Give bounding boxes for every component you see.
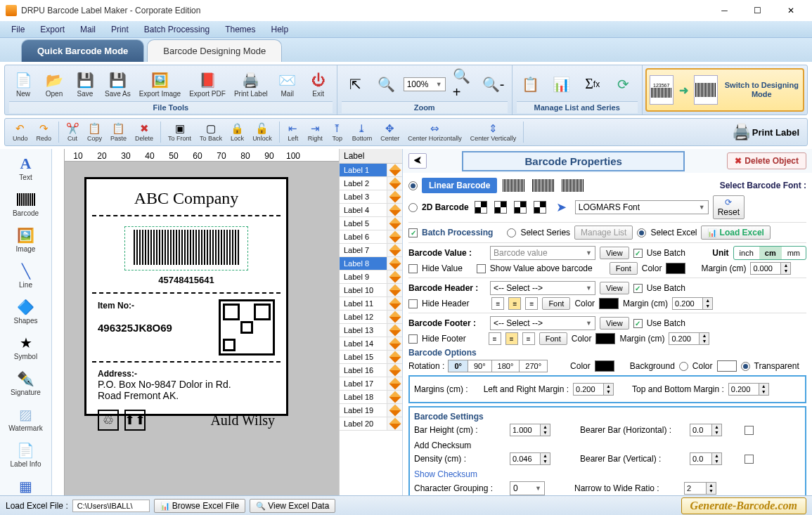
lock-button[interactable]: 🔒Lock bbox=[227, 122, 247, 143]
label-list-item[interactable]: Label 16 bbox=[340, 364, 402, 377]
edit-icon[interactable] bbox=[387, 351, 402, 363]
menu-themes[interactable]: Themes bbox=[218, 22, 262, 37]
header-align-left[interactable]: ≡ bbox=[491, 297, 504, 310]
edit-icon[interactable] bbox=[387, 270, 402, 283]
footer-font-button[interactable]: Font bbox=[539, 332, 567, 345]
edit-icon[interactable] bbox=[387, 217, 402, 230]
bearer-v-spinner[interactable]: ▲▼ bbox=[690, 452, 722, 465]
narrow-spinner[interactable]: ▲▼ bbox=[684, 482, 716, 495]
tab-quick-barcode[interactable]: Quick Barcode Mode bbox=[21, 39, 144, 62]
bar-height-spinner[interactable]: ▲▼ bbox=[510, 424, 550, 436]
zoom-fit-button[interactable]: ⇱ bbox=[342, 73, 370, 96]
char-group-combo[interactable]: 0▼ bbox=[510, 481, 545, 495]
footer-margin-spinner[interactable]: ▲▼ bbox=[669, 332, 709, 345]
center-v-button[interactable]: ⇕Center Vertically bbox=[467, 122, 520, 143]
redo-button[interactable]: ↷Redo bbox=[33, 122, 56, 143]
barcode-color-swatch[interactable] bbox=[595, 360, 614, 372]
show-checksum-check[interactable] bbox=[745, 455, 754, 464]
edit-icon[interactable] bbox=[387, 377, 402, 390]
tool-line[interactable]: ╲Line bbox=[0, 259, 51, 292]
footer-combo[interactable]: <-- Select -->▼ bbox=[490, 316, 595, 330]
bg-transparent-radio[interactable] bbox=[741, 362, 750, 371]
browse-excel-button[interactable]: 📊 Browse Excel File bbox=[154, 499, 245, 513]
edit-icon[interactable] bbox=[387, 337, 402, 350]
label-list-item[interactable]: Label 10 bbox=[340, 284, 402, 297]
tool-signature[interactable]: ✒️Signature bbox=[0, 367, 51, 400]
edit-icon[interactable] bbox=[387, 297, 402, 310]
undo-button[interactable]: ↶Undo bbox=[9, 122, 32, 143]
mail-button[interactable]: ✉️Mail bbox=[273, 69, 302, 99]
label-list-item[interactable]: Label 1 bbox=[340, 164, 402, 177]
edit-icon[interactable] bbox=[387, 324, 402, 337]
label-list-item[interactable]: Label 20 bbox=[340, 417, 402, 431]
header-color-swatch[interactable] bbox=[599, 298, 619, 309]
label-list-item[interactable]: Label 5 bbox=[340, 217, 402, 230]
menu-file[interactable]: File bbox=[4, 22, 32, 37]
zoom-out-button[interactable]: 🔍- bbox=[479, 73, 508, 96]
font-combo[interactable]: LOGMARS Font▼ bbox=[575, 200, 709, 214]
switch-mode-panel[interactable]: 123567 ➜ Switch to Designing Mode bbox=[645, 68, 804, 112]
edit-icon[interactable] bbox=[387, 364, 402, 377]
add-checksum-check[interactable] bbox=[745, 426, 754, 435]
tool-label-info[interactable]: 📄Label Info bbox=[0, 438, 51, 471]
edit-icon[interactable] bbox=[387, 404, 402, 417]
edit-icon[interactable] bbox=[387, 257, 402, 270]
tool-watermark[interactable]: ▨Watermark bbox=[0, 403, 51, 436]
export-pdf-button[interactable]: 📕Export PDF bbox=[186, 69, 228, 99]
zoom-icon[interactable]: 🔍 bbox=[373, 73, 401, 96]
zoom-in-button[interactable]: 🔍+ bbox=[449, 73, 477, 96]
view-excel-data-button[interactable]: 🔍 View Excel Data bbox=[250, 499, 335, 513]
manage-list-btn[interactable]: Manage List bbox=[574, 226, 633, 240]
align-center-button[interactable]: ✥Center bbox=[377, 122, 403, 143]
bearer-h-spinner[interactable]: ▲▼ bbox=[690, 424, 722, 436]
label-list-item[interactable]: Label 17 bbox=[340, 377, 402, 391]
cut-button[interactable]: ✂️Cut bbox=[63, 122, 82, 143]
align-right-button[interactable]: ⇥Right bbox=[304, 122, 326, 143]
maximize-button[interactable]: ☐ bbox=[742, 2, 773, 20]
tool-text[interactable]: AText bbox=[0, 152, 51, 185]
paste-button[interactable]: 📋Paste bbox=[107, 122, 130, 143]
menu-mail[interactable]: Mail bbox=[73, 22, 103, 37]
footer-color-swatch[interactable] bbox=[595, 333, 615, 344]
header-align-center[interactable]: ≡ bbox=[508, 297, 521, 310]
label-list-item[interactable]: Label 9 bbox=[340, 270, 402, 284]
label-list-item[interactable]: Label 6 bbox=[340, 230, 402, 244]
footer-align-right[interactable]: ≡ bbox=[522, 332, 535, 345]
edit-icon[interactable] bbox=[387, 190, 402, 203]
value-color-swatch[interactable] bbox=[666, 263, 685, 274]
align-top-button[interactable]: ⤒Top bbox=[328, 122, 347, 143]
header-margin-spinner[interactable]: ▲▼ bbox=[672, 297, 713, 310]
edit-icon[interactable] bbox=[387, 177, 402, 190]
hide-footer-check[interactable] bbox=[408, 334, 418, 344]
menu-export[interactable]: Export bbox=[33, 22, 72, 37]
zoom-combo[interactable]: 100%▼ bbox=[404, 77, 446, 91]
open-button[interactable]: 📂Open bbox=[40, 69, 68, 99]
barcode-value-combo[interactable]: Barcode value▼ bbox=[490, 246, 595, 260]
label-list-item[interactable]: Label 4 bbox=[340, 204, 402, 217]
radio-select-excel[interactable] bbox=[637, 228, 646, 237]
view-header-button[interactable]: View bbox=[600, 282, 629, 294]
align-bottom-button[interactable]: ⤓Bottom bbox=[349, 122, 376, 143]
use-batch-header-check[interactable] bbox=[633, 284, 643, 293]
reset-button[interactable]: ⟳Reset bbox=[713, 195, 745, 219]
use-batch-check[interactable] bbox=[633, 249, 643, 258]
radio-select-series[interactable] bbox=[507, 228, 516, 237]
show-above-check[interactable] bbox=[477, 264, 486, 273]
bg-color-radio[interactable] bbox=[679, 362, 688, 371]
load-excel-button[interactable]: 📊 Load Excel bbox=[701, 226, 770, 240]
font-button[interactable]: Font bbox=[610, 262, 638, 275]
label-list-item[interactable]: Label 12 bbox=[340, 311, 402, 324]
label-list-item[interactable]: Label 19 bbox=[340, 404, 402, 417]
menu-print[interactable]: Print bbox=[104, 22, 136, 37]
minimize-button[interactable]: ─ bbox=[709, 2, 740, 20]
view-footer-button[interactable]: View bbox=[600, 317, 629, 330]
lr-margin-spinner[interactable]: ▲▼ bbox=[573, 383, 614, 396]
edit-icon[interactable] bbox=[387, 391, 402, 403]
tab-designing-mode[interactable]: Barcode Designing Mode bbox=[147, 39, 282, 62]
new-button[interactable]: 📄New bbox=[9, 69, 37, 99]
delete-button[interactable]: ✖Delete bbox=[131, 122, 157, 143]
density-spinner[interactable]: ▲▼ bbox=[510, 452, 550, 465]
print-label-big-button[interactable]: 🖨️Print Label bbox=[732, 125, 803, 139]
unlock-button[interactable]: 🔓Unlock bbox=[249, 122, 276, 143]
header-align-right[interactable]: ≡ bbox=[525, 297, 538, 310]
